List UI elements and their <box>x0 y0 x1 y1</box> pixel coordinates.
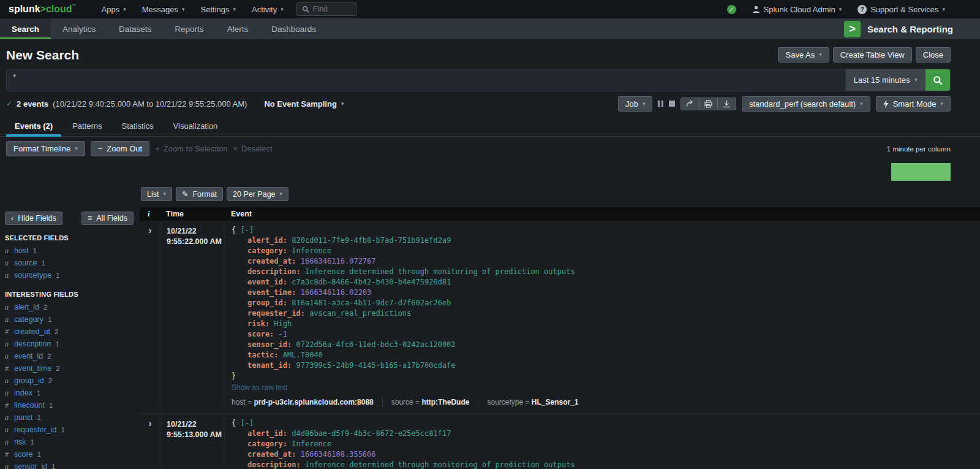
field-item-host[interactable]: ahost1 <box>5 245 134 257</box>
list-view-button[interactable]: List▾ <box>141 187 172 201</box>
field-item-group_id[interactable]: agroup_id2 <box>5 375 134 387</box>
format-button[interactable]: ✎Format <box>176 187 223 201</box>
field-item-sourcetype[interactable]: asourcetype1 <box>5 269 134 281</box>
export-button[interactable] <box>718 97 736 110</box>
json-value[interactable]: -1 <box>279 330 287 338</box>
json-value[interactable]: 1666346116.02203 <box>301 288 372 297</box>
field-item-alert_id[interactable]: aalert_id2 <box>5 301 134 313</box>
menu-activity[interactable]: Activity▾ <box>244 0 292 18</box>
json-value[interactable]: 1666346108.355606 <box>301 450 376 459</box>
user-menu[interactable]: Splunk Cloud Admin ▾ <box>744 0 850 18</box>
find-input[interactable] <box>313 5 349 13</box>
json-key[interactable]: group_id: <box>247 299 287 307</box>
close-button[interactable]: Close <box>916 47 951 63</box>
field-item-description[interactable]: adescription1 <box>5 338 134 350</box>
menu-settings[interactable]: Settings▾ <box>193 0 244 18</box>
splunk-cloud-logo[interactable]: splunk>cloud™ <box>9 4 77 15</box>
json-value[interactable]: c7a3c8db-8466-4b42-b430-b4e475920d81 <box>292 278 451 286</box>
json-key[interactable]: category: <box>247 246 287 255</box>
appnav-item-reports[interactable]: Reports <box>163 18 215 39</box>
field-item-requester_id[interactable]: arequester_id1 <box>5 424 134 436</box>
json-value[interactable]: Inference <box>292 440 331 448</box>
json-value[interactable]: 977399c5-24b9-4145-b165-a17b700cdafe <box>296 361 455 370</box>
json-key[interactable]: score: <box>247 330 274 338</box>
print-button[interactable] <box>699 97 718 110</box>
support-menu[interactable]: ? Support & Services ▾ <box>850 0 953 18</box>
json-key[interactable]: created_at: <box>247 257 296 265</box>
search-reporting-app-icon[interactable]: > <box>844 21 861 37</box>
json-key[interactable]: sensor_id: <box>247 340 292 349</box>
json-key[interactable]: risk: <box>247 319 270 328</box>
time-range-picker[interactable]: Last 15 minutes▾ <box>845 69 925 91</box>
field-item-index[interactable]: aindex1 <box>5 387 134 399</box>
zoom-out-button[interactable]: −Zoom Out <box>91 141 149 156</box>
json-key[interactable]: event_time: <box>247 288 296 297</box>
event-sampling-menu[interactable]: No Event Sampling▾ <box>264 99 344 109</box>
workload-pool-button[interactable]: standard_perf (search default)▾ <box>742 96 870 112</box>
meta-value[interactable]: HL_Sensor_1 <box>532 398 579 406</box>
json-value[interactable]: 820cd011-7fe9-4fb8-b7ad-751b91efd2a9 <box>292 236 451 245</box>
appnav-item-search[interactable]: Search <box>0 18 51 39</box>
share-job-button[interactable] <box>680 97 699 110</box>
find-searchbox[interactable] <box>296 2 356 16</box>
collapse-toggle[interactable]: [-] <box>240 419 254 427</box>
timeline-chart[interactable] <box>6 158 951 183</box>
field-item-event_id[interactable]: aevent_id2 <box>5 350 134 362</box>
format-timeline-button[interactable]: Format Timeline▾ <box>6 141 85 156</box>
field-item-risk[interactable]: arisk1 <box>5 436 134 448</box>
json-value[interactable]: 0722d56a-4fc6-11ed-bdc3-0242ac120002 <box>296 340 455 349</box>
tab-events[interactable]: Events (2) <box>6 117 61 136</box>
show-raw-text-link[interactable]: Show as raw text <box>232 383 980 392</box>
json-value[interactable]: Inference <box>292 246 331 255</box>
create-table-view-button[interactable]: Create Table View <box>833 47 912 63</box>
all-fields-button[interactable]: ≡All Fields <box>81 212 134 225</box>
json-value[interactable]: Inference determined through monitoring … <box>305 460 575 469</box>
json-value[interactable]: 816a1481-a3ca-4b11-9dc7-d7f602ac26eb <box>292 299 451 307</box>
appnav-item-dashboards[interactable]: Dashboards <box>260 18 328 39</box>
timeline-bar[interactable] <box>891 163 951 181</box>
stop-job-button[interactable] <box>669 101 675 107</box>
appnav-item-alerts[interactable]: Alerts <box>216 18 260 39</box>
expand-event-button[interactable]: › <box>140 414 160 469</box>
field-item-punct[interactable]: apunct1 <box>5 411 134 424</box>
collapse-toggle[interactable]: [-] <box>240 226 254 234</box>
field-item-event_time[interactable]: #event_time2 <box>5 362 134 375</box>
search-query-input[interactable]: * <box>7 69 845 91</box>
per-page-button[interactable]: 20 Per Page▾ <box>227 187 288 201</box>
json-key[interactable]: description: <box>247 460 301 469</box>
tab-visualization[interactable]: Visualization <box>165 117 227 136</box>
zoom-to-selection-button[interactable]: +Zoom to Selection <box>155 144 227 153</box>
json-key[interactable]: category: <box>247 440 287 448</box>
json-key[interactable]: alert_id: <box>247 429 287 438</box>
field-item-sensor_id[interactable]: asensor_id1 <box>5 460 134 469</box>
expand-event-button[interactable]: › <box>140 221 160 407</box>
pause-job-button[interactable] <box>658 101 663 107</box>
json-key[interactable]: requester_id: <box>247 309 305 318</box>
json-key[interactable]: created_at: <box>247 450 296 459</box>
json-value[interactable]: High <box>274 319 292 328</box>
appnav-item-analytics[interactable]: Analytics <box>51 18 107 39</box>
json-value[interactable]: 1666346116.072767 <box>301 257 376 265</box>
job-menu-button[interactable]: Job▾ <box>618 96 653 112</box>
json-key[interactable]: description: <box>247 267 301 276</box>
field-item-created_at[interactable]: #created_at2 <box>5 326 134 338</box>
field-item-linecount[interactable]: #linecount1 <box>5 399 134 411</box>
save-as-button[interactable]: Save As▾ <box>778 47 829 63</box>
search-submit-button[interactable] <box>925 69 950 91</box>
menu-messages[interactable]: Messages▾ <box>134 0 193 18</box>
field-item-source[interactable]: asource1 <box>5 257 134 269</box>
appnav-item-datasets[interactable]: Datasets <box>107 18 163 39</box>
json-key[interactable]: alert_id: <box>247 236 287 245</box>
deselect-button[interactable]: ×Deselect <box>233 144 273 153</box>
field-item-score[interactable]: #score1 <box>5 448 134 460</box>
tab-patterns[interactable]: Patterns <box>64 117 110 136</box>
json-key[interactable]: event_id: <box>247 278 287 286</box>
meta-value[interactable]: prd-p-u3cir.splunkcloud.com:8088 <box>254 398 373 406</box>
json-value[interactable]: avscan_real_predictions <box>309 309 411 318</box>
hide-fields-button[interactable]: ‹Hide Fields <box>5 212 62 225</box>
json-key[interactable]: tactic: <box>247 351 279 359</box>
json-value[interactable]: d4d86bae-d5f9-4b3c-8672-e25e5cc81f17 <box>292 429 451 438</box>
json-value[interactable]: AML.T0040 <box>283 351 323 359</box>
tab-statistics[interactable]: Statistics <box>113 117 162 136</box>
json-value[interactable]: Inference determined through monitoring … <box>305 267 575 276</box>
